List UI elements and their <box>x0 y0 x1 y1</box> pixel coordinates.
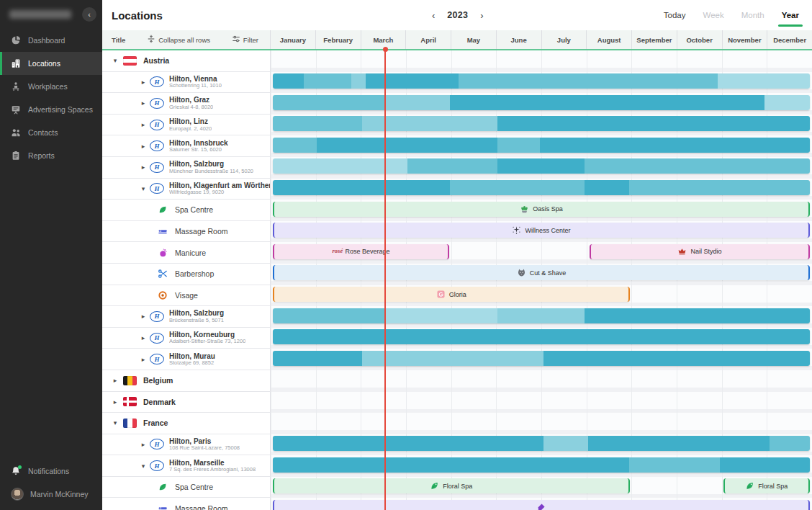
gantt-bar-segment <box>362 351 543 366</box>
gantt-bar[interactable] <box>273 95 810 110</box>
prev-year-button[interactable]: ‹ <box>432 11 435 20</box>
gantt-bar[interactable] <box>273 329 810 344</box>
user-name: Marvin McKinney <box>30 490 89 498</box>
expand-caret-icon[interactable]: ▸ <box>140 79 147 86</box>
booking-label: Nail Stydio <box>690 248 721 255</box>
gantt-bar[interactable] <box>273 436 810 451</box>
booking-bar[interactable]: Cut & Shave <box>273 265 810 280</box>
month-label: April <box>405 30 451 49</box>
hotel-row-label-cell[interactable]: ▸HHilton, InnsbruckSalurner Str. 15, 602… <box>102 135 271 157</box>
service-row-label-cell[interactable]: Barbershop <box>102 264 271 285</box>
sidebar-item-dashboard[interactable]: Dashboard <box>0 29 102 52</box>
floral-icon <box>745 481 754 491</box>
month-label: February <box>315 30 361 49</box>
country-row-label-cell[interactable]: ▸Belgium <box>102 370 271 392</box>
sidebar-item-label: Reports <box>28 151 55 160</box>
hotel-row: ▸HHilton, ViennaSchottenring 11, 1010 <box>102 72 812 94</box>
notifications-button[interactable]: Notifications <box>0 460 102 483</box>
gantt-bar-segment <box>273 116 362 131</box>
grid-header-left: Title Collapse all rows Filter <box>102 30 271 49</box>
service-row-label-cell[interactable]: Manicure <box>102 242 271 264</box>
hotel-row-label-cell[interactable]: ▸HHilton, Paris108 Rue Saint-Lazare, 750… <box>102 434 271 456</box>
gantt-bar[interactable] <box>273 158 810 174</box>
booking-bar[interactable]: Oasis Spa <box>273 202 810 217</box>
expand-caret-icon[interactable]: ▸ <box>112 377 119 384</box>
collapse-caret-icon[interactable]: ▾ <box>112 57 119 64</box>
collapse-caret-icon[interactable]: ▾ <box>140 462 147 470</box>
expand-caret-icon[interactable]: ▸ <box>140 143 147 150</box>
service-row-label-cell[interactable]: Visage <box>102 285 271 307</box>
next-year-button[interactable]: › <box>480 11 483 20</box>
timeline-cell <box>271 349 812 370</box>
gantt-bar[interactable] <box>273 73 810 89</box>
service-row-label-cell[interactable]: Spa Centre <box>102 477 271 498</box>
expand-caret-icon[interactable]: ▸ <box>140 441 147 448</box>
hotel-name: Hilton, Salzburg <box>169 160 253 169</box>
booking-bar[interactable]: Floral Spa <box>723 478 810 493</box>
service-row-label-cell[interactable]: Massage Room <box>102 221 271 243</box>
hotel-row-label-cell[interactable]: ▾HHilton, Marseille7 Sq. des Frères Ambr… <box>102 455 271 477</box>
country-row-label-cell[interactable]: ▸Denmark <box>102 392 271 413</box>
view-tab-today[interactable]: Today <box>664 11 686 19</box>
gantt-bar[interactable] <box>273 457 810 473</box>
gantt-bar-segment <box>407 158 497 174</box>
gantt-bar-segment <box>720 457 810 473</box>
booking-bar[interactable]: Floral Spa <box>273 478 630 493</box>
gantt-bar-segment <box>585 308 810 323</box>
hotel-row-label-cell[interactable]: ▸HHilton, MurauStolzalpe 69, 8852 <box>102 349 271 370</box>
expand-caret-icon[interactable]: ▸ <box>140 164 147 171</box>
month-label: August <box>586 30 631 49</box>
expand-caret-icon[interactable]: ▸ <box>140 99 147 107</box>
expand-caret-icon[interactable]: ▸ <box>140 356 147 363</box>
hotel-row-label-cell[interactable]: ▸HHilton, ViennaSchottenring 11, 1010 <box>102 72 271 94</box>
sidebar-item-reports[interactable]: Reports <box>0 144 102 167</box>
expand-caret-icon[interactable]: ▸ <box>140 334 147 341</box>
service-row-label-cell[interactable]: Massage Room <box>102 498 271 510</box>
view-tab-week[interactable]: Week <box>703 11 724 19</box>
service-row-label-cell[interactable]: Spa Centre <box>102 200 271 221</box>
user-menu[interactable]: Marvin McKinney <box>0 483 102 506</box>
booking-bar[interactable]: Gloria <box>273 287 630 302</box>
booking-bar[interactable] <box>273 500 810 510</box>
sidebar-item-locations[interactable]: Locations <box>0 52 102 75</box>
gantt-bar[interactable] <box>273 138 810 153</box>
hotel-row-label-cell[interactable]: ▸HHilton, SalzburgBrückenstraße 5, 5071 <box>102 306 271 328</box>
booking-bar[interactable]: Nail Stydio <box>590 244 810 259</box>
filter-button[interactable]: Filter <box>232 35 258 45</box>
collapse-caret-icon[interactable]: ▾ <box>112 419 119 426</box>
view-tab-year[interactable]: Year <box>782 11 799 19</box>
hotel-row-label-cell[interactable]: ▸HHilton, SalzburgMünchner Bundesstraße … <box>102 157 271 179</box>
hotel-row-label-cell[interactable]: ▸HHilton, GrazGrieskai 4-8, 8020 <box>102 93 271 115</box>
expand-caret-icon[interactable]: ▸ <box>112 398 119 406</box>
gantt-bar[interactable] <box>273 308 810 323</box>
hotel-row-label-cell[interactable]: ▸HHilton, LinzEuropapl. 2, 4020 <box>102 115 271 136</box>
gantt-bar-segment <box>588 436 770 451</box>
hotel-row-label-cell[interactable]: ▾HHilton, Klagenfurt am WörtherseeWilfri… <box>102 179 271 200</box>
gantt-bar[interactable] <box>273 351 810 366</box>
expand-caret-icon[interactable]: ▸ <box>140 313 147 320</box>
gantt-content: ▾Austria▸HHilton, ViennaSchottenring 11,… <box>102 50 812 510</box>
expand-caret-icon[interactable]: ▸ <box>140 121 147 128</box>
collapse-all-rows-button[interactable]: Collapse all rows <box>147 35 210 45</box>
gantt-bar-segment <box>273 138 317 153</box>
gantt-bar-segment <box>273 308 386 323</box>
gantt-bar[interactable] <box>273 180 810 195</box>
month-label: January <box>271 30 315 49</box>
hotel-address: Münchner Bundesstraße 114, 5020 <box>169 169 253 175</box>
gantt-bar[interactable] <box>273 116 810 131</box>
country-row-label-cell[interactable]: ▾Austria <box>102 50 271 72</box>
gantt-bar-segment <box>497 308 585 323</box>
booking-bar[interactable]: Willness Center <box>273 223 810 238</box>
sidebar-item-contacts[interactable]: Contacts <box>0 121 102 144</box>
hotel-row-label-cell[interactable]: ▸HHilton, KorneuburgAdalbert-Stifter-Str… <box>102 328 271 349</box>
service-name: Manicure <box>175 249 206 257</box>
country-row-label-cell[interactable]: ▾France <box>102 413 271 434</box>
collapse-caret-icon[interactable]: ▾ <box>140 185 147 192</box>
sidebar-collapse-button[interactable]: ‹ <box>82 7 96 22</box>
hotel-row: ▾HHilton, Marseille7 Sq. des Frères Ambr… <box>102 455 812 477</box>
view-tab-month[interactable]: Month <box>741 11 764 19</box>
sidebar-item-advertising-spaces[interactable]: Advertising Spaces <box>0 98 102 121</box>
hotel-address: Brückenstraße 5, 5071 <box>169 318 224 324</box>
booking-bar[interactable]: roséRose Beverage <box>273 244 449 259</box>
sidebar-item-workplaces[interactable]: Workplaces <box>0 75 102 98</box>
